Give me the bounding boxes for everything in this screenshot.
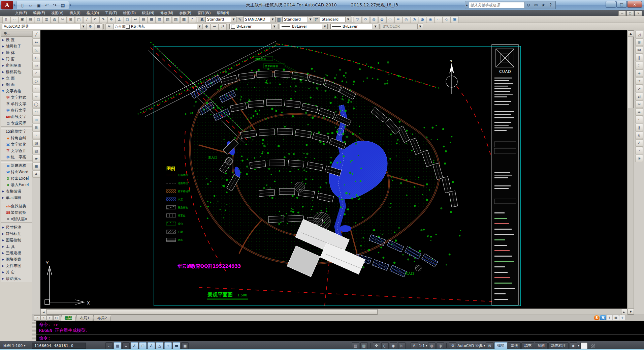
layout-tab[interactable]: 布局1 <box>76 315 94 321</box>
maximize-button[interactable]: □ <box>616 1 627 8</box>
layer-combo[interactable]: ○◎⊠ RS-填充 ▼ <box>113 24 202 29</box>
mleader-style-combo[interactable]: Standard▼ <box>320 17 351 22</box>
scroll-down-icon[interactable]: ▼ <box>628 309 634 315</box>
zoom-button[interactable]: ○ <box>381 342 389 349</box>
qnew-icon[interactable]: ▯ <box>2 16 10 23</box>
plot-icon[interactable]: ▤ <box>59 2 67 8</box>
steering-wheel-button[interactable]: ◉ <box>390 342 397 349</box>
tab-nav-button[interactable]: < <box>40 315 46 321</box>
mirror-icon[interactable]: ⋈ <box>635 46 643 54</box>
chevron-down-icon[interactable]: ▼ <box>197 24 202 29</box>
pan-icon[interactable]: ✥ <box>107 16 115 23</box>
menu-item[interactable]: 绘图(D) <box>120 10 139 16</box>
bulb-icon[interactable]: ○ <box>115 25 118 28</box>
panel-menu-item[interactable]: ABC 曲线文字 <box>1 114 32 120</box>
annotation-scale-control[interactable]: 1:1▾ <box>419 344 427 348</box>
zoom-window-icon[interactable]: ◻ <box>124 16 131 23</box>
rotate-icon[interactable]: ↷ <box>635 77 643 85</box>
open-icon[interactable]: ▱ <box>10 16 18 23</box>
rectangle-icon[interactable]: ▭ <box>32 62 40 69</box>
panel-menu-item[interactable]: 表格编辑 <box>1 188 32 195</box>
layer-previous-icon[interactable]: ↩ <box>211 23 219 30</box>
workspace-gear-icon[interactable]: ⚙ <box>449 342 456 349</box>
line-icon[interactable]: ╱ <box>32 31 40 38</box>
command-window-grip[interactable] <box>32 321 36 341</box>
qp-toggle[interactable]: ▣ <box>181 342 189 349</box>
properties-icon[interactable]: ▤ <box>140 16 148 23</box>
otrack-toggle[interactable]: ∠ <box>148 342 155 349</box>
explode-icon[interactable]: ✳ <box>635 155 643 162</box>
panel-menu-item[interactable]: 房间屋顶 <box>1 62 32 69</box>
make-object-layer-current-icon[interactable]: ⊕ <box>203 23 211 30</box>
grid-toggle[interactable]: ▦ <box>114 342 121 349</box>
panel-menu-item[interactable]: 字 单行文字 <box>1 101 32 107</box>
status-menu-caret-icon[interactable]: ▾ <box>578 344 579 347</box>
text-style-combo[interactable]: Standard▼ <box>205 17 236 22</box>
panel-menu-item[interactable]: 帮助演示 <box>1 275 32 282</box>
table-style-combo[interactable]: Standard▼ <box>282 17 313 22</box>
tool-palettes-icon[interactable]: ▥ <box>156 16 164 23</box>
panel-menu-item[interactable]: abc 查找替换 <box>1 203 32 209</box>
fillet-icon[interactable]: ◝ <box>635 147 643 154</box>
annotation-scale-icon[interactable]: A <box>411 342 418 349</box>
layer-states-icon[interactable]: ⇄ <box>219 23 227 30</box>
panel-menu-item[interactable]: 字 统一字高 <box>1 154 32 161</box>
lineweight-combo[interactable]: ByLayer▼ <box>330 24 378 29</box>
pan-button[interactable]: ✥ <box>373 342 380 349</box>
panel-menu-item[interactable]: 立 面 <box>1 75 32 82</box>
menu-item[interactable]: 格式(O) <box>84 10 102 16</box>
zoom-previous-icon[interactable]: ↩ <box>132 16 139 23</box>
tab-nav-button[interactable]: > <box>47 315 53 321</box>
zoom-realtime-icon[interactable]: ± <box>116 16 123 23</box>
ellipse-icon[interactable]: ◯ <box>32 100 40 108</box>
panel-menu-item[interactable]: 字 文字合并 <box>1 148 32 154</box>
panel-menu-item[interactable]: 楼梯其他 <box>1 69 32 75</box>
drawing-canvas[interactable]: 图例 用地红线 道路红线 植草砖铺装 水景 硬质铺装 停车位 绿化 广场 道路 … <box>40 30 627 309</box>
autocad-logo[interactable]: A <box>1 1 13 9</box>
panel-menu-item[interactable]: 墙 体 <box>1 50 32 56</box>
sun-status-icon[interactable]: ◎ <box>402 16 410 23</box>
layout-tab[interactable]: 模型 <box>61 315 76 321</box>
polygon-icon[interactable]: ◇ <box>32 54 40 61</box>
osnap-toggle[interactable]: ◻ <box>139 342 147 349</box>
scroll-left-icon[interactable]: ◄ <box>40 309 46 315</box>
panel-menu-item[interactable]: 文字表格 <box>1 88 32 94</box>
chevron-down-icon[interactable]: ▼ <box>308 17 313 22</box>
communication-center-icon[interactable]: ✉ <box>532 2 540 8</box>
chevron-down-icon[interactable]: ▼ <box>373 24 378 29</box>
chevron-down-icon[interactable]: ▼ <box>80 24 86 29</box>
table-icon[interactable]: ▦ <box>32 163 40 170</box>
circle-icon[interactable]: ○ <box>32 77 40 85</box>
save-icon[interactable]: ▣ <box>35 2 42 8</box>
erase-icon[interactable]: ◿ <box>635 31 643 38</box>
chamfer-icon[interactable]: ∠ <box>635 139 643 147</box>
layout-space-button[interactable]: ▥ <box>360 342 368 349</box>
revision-cloud-icon[interactable]: ∼ <box>32 85 40 92</box>
panel-menu-item[interactable]: 字 多行文字 <box>1 107 32 114</box>
match-properties-icon[interactable]: ∕ <box>83 16 91 23</box>
toolbar-lock-icon[interactable]: ⊠ <box>486 342 493 349</box>
hide-icon[interactable]: ▽ <box>354 16 362 23</box>
mtext-icon[interactable]: A <box>32 170 40 178</box>
point-icon[interactable]: · <box>32 132 40 139</box>
publish-icon[interactable]: ≣ <box>43 16 51 23</box>
qat-options-caret-icon[interactable]: ▾ <box>70 3 71 7</box>
copy-icon[interactable]: ⊞ <box>635 38 643 46</box>
panel-menu-item[interactable]: 三维建模 <box>1 250 32 256</box>
workspace-settings-icon[interactable]: ⚙ <box>87 23 94 30</box>
join-icon[interactable]: ∪ <box>635 132 643 139</box>
panel-menu-item[interactable]: 剖 面 <box>1 82 32 88</box>
ortho-toggle[interactable]: ∟ <box>122 342 130 349</box>
search-expand-icon[interactable]: ▸ <box>466 3 468 7</box>
tab-nav-button[interactable]: |< <box>34 315 40 321</box>
extend-icon[interactable]: ⇒ <box>635 108 643 116</box>
panel-menu-item[interactable]: 尺寸标注 <box>1 224 32 231</box>
geographic-location-icon[interactable]: ◉ <box>427 16 434 23</box>
menu-item[interactable]: 插入(I) <box>66 10 83 16</box>
ducs-toggle[interactable]: △ <box>156 342 163 349</box>
panel-menu-item[interactable]: 图块图案 <box>1 256 32 263</box>
panel-menu-item[interactable]: 符号标注 <box>1 231 32 237</box>
sogou-logo-icon[interactable]: S <box>594 315 600 320</box>
plot-icon[interactable]: ▤ <box>27 16 34 23</box>
panel-menu-item[interactable]: 设 置 <box>1 37 32 43</box>
